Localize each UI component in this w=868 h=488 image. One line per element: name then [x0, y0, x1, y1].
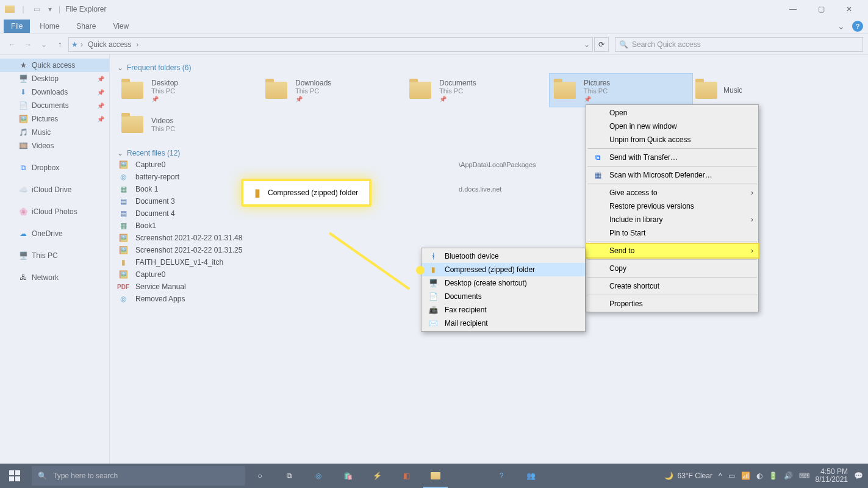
folder-tile-downloads[interactable]: DownloadsThis PC📌	[261, 73, 405, 107]
sidebar-item-music[interactable]: 🎵Music	[0, 126, 109, 139]
menu-create-shortcut[interactable]: Create shortcut	[586, 279, 758, 293]
desktop-icon: 🖥️	[428, 279, 439, 287]
nav-back-button[interactable]: ←	[5, 37, 20, 52]
chevron-right-icon: ›	[136, 40, 138, 49]
menu-open-new-window[interactable]: Open in new window	[586, 120, 758, 133]
sidebar-item-pictures[interactable]: 🖼️Pictures📌	[0, 112, 109, 126]
taskbar-clock[interactable]: 4:50 PM 8/11/2021	[816, 468, 848, 484]
pin-icon: 📌	[97, 76, 104, 82]
taskbar-people-icon[interactable]: 👥	[516, 464, 545, 488]
taskbar-file-explorer[interactable]	[421, 464, 450, 488]
sidebar-item-quick-access[interactable]: ★Quick access	[0, 59, 109, 72]
sidebar-item-icloud-photos[interactable]: 🌸iCloud Photos	[0, 205, 109, 218]
tab-view[interactable]: View	[106, 20, 136, 33]
shield-icon: ▦	[592, 171, 603, 179]
menu-open[interactable]: Open	[586, 106, 758, 120]
breadcrumb-home-icon: ★	[71, 40, 78, 49]
weather-icon: 🌙	[664, 472, 673, 480]
tray-app-icon[interactable]: ◐	[756, 472, 762, 480]
folder-tile-pictures[interactable]: PicturesThis PC📌	[549, 73, 693, 107]
qat-dropdown-icon[interactable]: ▾	[45, 4, 55, 14]
sidebar-item-dropbox[interactable]: ⧉Dropbox	[0, 161, 109, 174]
downloads-icon: ⬇	[18, 87, 28, 97]
breadcrumb[interactable]: ★ › Quick access › ⌄	[68, 37, 593, 52]
sidebar-item-videos[interactable]: 🎞️Videos	[0, 139, 109, 152]
tab-share[interactable]: Share	[69, 20, 103, 33]
music-icon: 🎵	[18, 127, 28, 137]
sidebar-item-desktop[interactable]: 🖥️Desktop📌	[0, 72, 109, 85]
onedrive-icon: ☁	[18, 229, 28, 239]
breadcrumb-location[interactable]: Quick access	[85, 40, 134, 49]
pin-icon: 📌	[97, 102, 104, 109]
close-button[interactable]: ✕	[835, 0, 863, 18]
taskbar-app-icon[interactable]: ⚡	[362, 464, 392, 488]
word-file-icon: ▤	[117, 197, 129, 206]
nav-forward-button[interactable]: →	[21, 37, 35, 52]
chevron-right-icon: ›	[751, 246, 753, 255]
folder-icon	[695, 77, 717, 103]
taskbar-edge[interactable]: ◎	[304, 464, 333, 488]
sidebar-item-downloads[interactable]: ⬇Downloads📌	[0, 85, 109, 99]
navigation-pane: ★Quick access 🖥️Desktop📌 ⬇Downloads📌 📄Do…	[0, 55, 110, 475]
section-frequent-folders[interactable]: ⌄ Frequent folders (6)	[117, 63, 861, 72]
folder-icon	[407, 77, 433, 103]
taskbar-cortana[interactable]: ○	[245, 464, 274, 488]
menu-properties[interactable]: Properties	[586, 297, 758, 310]
zip-file-icon: ▮	[117, 258, 129, 267]
taskbar-task-view[interactable]: ⧉	[274, 464, 304, 488]
address-dropdown-icon[interactable]: ⌄	[584, 40, 590, 49]
annotation-anchor-dot	[416, 266, 425, 274]
zip-folder-icon: ▮	[428, 265, 439, 274]
start-button[interactable]	[0, 464, 29, 488]
tray-chevron-icon[interactable]: ^	[719, 472, 722, 480]
menu-include-library[interactable]: Include in library›	[586, 213, 758, 226]
sendto-bluetooth[interactable]: ᚼBluetooth device	[421, 249, 585, 263]
tray-battery-icon[interactable]: 🔋	[769, 472, 778, 480]
refresh-button[interactable]: ⟳	[594, 37, 609, 52]
taskbar-store[interactable]: 🛍️	[333, 464, 362, 488]
menu-restore-versions[interactable]: Restore previous versions	[586, 199, 758, 213]
menu-copy[interactable]: Copy	[586, 262, 758, 275]
sendto-mail[interactable]: ✉️Mail recipient	[421, 317, 585, 330]
ribbon-collapse-icon[interactable]: ⌄	[833, 21, 850, 31]
menu-send-with-transfer[interactable]: ⧉Send with Transfer…	[586, 151, 758, 164]
tray-language-icon[interactable]: ⌨	[799, 472, 809, 480]
sendto-desktop-shortcut[interactable]: 🖥️Desktop (create shortcut)	[421, 276, 585, 290]
folder-tile-documents[interactable]: DocumentsThis PC📌	[405, 73, 549, 107]
taskbar-office[interactable]: ◧	[392, 464, 421, 488]
sendto-compressed-folder[interactable]: ▮Compressed (zipped) folder	[421, 263, 585, 276]
tray-meet-now-icon[interactable]: ▭	[728, 472, 735, 480]
tab-file[interactable]: File	[4, 20, 30, 33]
search-input[interactable]: 🔍 Search Quick access	[615, 37, 863, 52]
menu-unpin-quick-access[interactable]: Unpin from Quick access	[586, 133, 758, 146]
quick-access-toolbar: | ▭ ▾ |	[5, 4, 60, 14]
menu-pin-to-start[interactable]: Pin to Start	[586, 226, 758, 240]
sidebar-item-icloud-drive[interactable]: ☁️iCloud Drive	[0, 183, 109, 196]
taskbar-help-icon[interactable]: ?	[487, 464, 516, 488]
sidebar-item-network[interactable]: 🖧Network	[0, 271, 109, 284]
sidebar-item-onedrive[interactable]: ☁OneDrive	[0, 227, 109, 240]
taskbar-weather[interactable]: 🌙63°F Clear	[664, 472, 712, 480]
menu-give-access[interactable]: Give access to›	[586, 186, 758, 199]
taskbar-search-input[interactable]: 🔍 Type here to search	[32, 466, 245, 486]
sendto-documents[interactable]: 📄Documents	[421, 290, 585, 303]
menu-scan-defender[interactable]: ▦Scan with Microsoft Defender…	[586, 168, 758, 182]
tab-home[interactable]: Home	[32, 20, 66, 33]
folder-tile-videos[interactable]: VideosThis PC	[117, 107, 261, 142]
sidebar-item-this-pc[interactable]: 🖥️This PC	[0, 249, 109, 262]
tray-notifications-icon[interactable]: 💬	[854, 472, 863, 480]
help-icon[interactable]: ?	[852, 21, 863, 32]
maximize-button[interactable]: ▢	[807, 0, 835, 18]
sendto-fax[interactable]: 📠Fax recipient	[421, 303, 585, 317]
tray-wifi-icon[interactable]: 📶	[741, 472, 750, 480]
menu-send-to[interactable]: Send to›	[586, 244, 758, 257]
nav-up-button[interactable]: ↑	[52, 37, 67, 52]
chevron-right-icon: ›	[751, 215, 753, 224]
sidebar-item-documents[interactable]: 📄Documents📌	[0, 99, 109, 112]
tray-volume-icon[interactable]: 🔊	[784, 472, 793, 480]
folder-tile-music[interactable]: Music	[693, 73, 742, 107]
minimize-button[interactable]: —	[779, 0, 807, 18]
nav-recent-dropdown[interactable]: ⌄	[37, 37, 51, 52]
folder-tile-desktop[interactable]: DesktopThis PC📌	[117, 73, 261, 107]
qat-properties-icon[interactable]: ▭	[32, 4, 41, 14]
